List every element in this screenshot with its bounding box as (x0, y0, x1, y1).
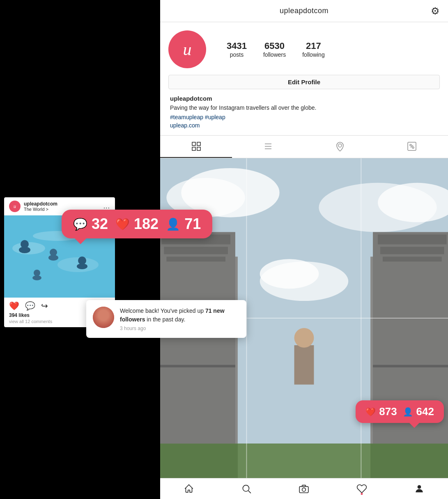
welcome-avatar (93, 307, 114, 328)
svg-point-30 (294, 328, 314, 348)
stats-container: 3431 posts 6530 followers 217 following (227, 41, 325, 58)
avatar-face-image (93, 307, 114, 328)
bottom-stats-bubble: ❤️ 873 👤 642 (356, 400, 444, 423)
person-notif-count: 71 (184, 215, 201, 233)
nav-heart[interactable] (356, 483, 367, 494)
person-notif-icon: 👤 (166, 217, 180, 231)
mini-post-avatar: u (9, 201, 21, 212)
person-notif: 👤 71 (166, 215, 201, 233)
svg-rect-22 (373, 232, 448, 478)
followers-count: 6530 (264, 41, 285, 51)
svg-point-53 (34, 270, 40, 276)
bottom-person-icon: 👤 (403, 407, 413, 417)
welcome-message-start: Welcome back! You've picked up (120, 307, 205, 314)
bio-hashtags[interactable]: #teamupleap #upleap (170, 114, 438, 120)
svg-rect-18 (160, 232, 235, 478)
mini-post-username: upleapdotcom (24, 201, 103, 207)
heart-notification-dot (361, 493, 363, 495)
svg-rect-25 (383, 256, 442, 261)
ig-header: upleapdotcom ⚙ (160, 0, 448, 22)
gear-icon[interactable]: ⚙ (431, 5, 440, 17)
svg-point-54 (32, 275, 41, 280)
ig-bio: upleapdotcom Paving the way for Instagra… (168, 95, 440, 129)
svg-point-7 (338, 144, 342, 147)
svg-rect-0 (192, 142, 195, 146)
svg-point-9 (410, 144, 411, 146)
instagram-panel: upleapdotcom ⚙ u 3431 posts 6530 followe… (160, 0, 448, 499)
posts-label: posts (230, 51, 244, 58)
bottom-heart-stat: ❤️ 873 (365, 405, 397, 418)
svg-rect-3 (197, 147, 200, 150)
edit-profile-button[interactable]: Edit Profile (168, 75, 440, 89)
comment-notif-icon: 💬 (73, 217, 87, 231)
bio-username: upleapdotcom (170, 95, 438, 102)
svg-point-48 (19, 247, 30, 253)
svg-line-39 (248, 491, 251, 493)
welcome-card: Welcome back! You've picked up 71 new fo… (86, 300, 246, 338)
avatar: u (168, 30, 206, 68)
svg-point-42 (418, 485, 421, 489)
following-count: 217 (306, 41, 321, 51)
tab-list[interactable] (232, 136, 304, 158)
heart-notif-icon: ❤️ (115, 217, 130, 231)
svg-point-38 (243, 485, 249, 491)
bio-link[interactable]: upleap.com (170, 122, 438, 129)
comment-action-icon[interactable]: 💬 (25, 301, 35, 311)
profile-top: u 3431 posts 6530 followers 217 followin… (168, 30, 440, 68)
share-action-icon[interactable]: ↪ (41, 301, 48, 311)
svg-rect-24 (380, 247, 444, 254)
svg-point-41 (302, 488, 306, 492)
nav-profile[interactable] (414, 483, 425, 494)
svg-rect-23 (378, 235, 447, 245)
svg-rect-20 (164, 247, 228, 254)
svg-rect-40 (300, 487, 309, 493)
svg-rect-31 (160, 365, 235, 367)
svg-rect-32 (373, 365, 448, 367)
bottom-person-count: 642 (416, 405, 434, 418)
tab-tagged[interactable] (376, 136, 448, 158)
welcome-text-content: Welcome back! You've picked up 71 new fo… (120, 307, 240, 331)
followers-label: followers (263, 51, 286, 58)
welcome-message: Welcome back! You've picked up 71 new fo… (120, 307, 240, 324)
svg-rect-1 (197, 142, 200, 146)
ig-tabs (160, 136, 448, 158)
heart-action-icon[interactable]: ❤️ (9, 301, 19, 311)
tab-location[interactable] (304, 136, 376, 158)
svg-rect-34 (238, 444, 370, 478)
nav-search[interactable] (241, 483, 252, 494)
svg-rect-29 (294, 345, 314, 385)
heart-notif: ❤️ 182 (115, 215, 159, 233)
nav-home[interactable] (184, 483, 194, 494)
nav-camera[interactable] (299, 483, 309, 494)
mini-post-options[interactable]: ... (103, 203, 110, 210)
avatar-letter: u (183, 39, 192, 59)
bottom-nav (160, 478, 448, 499)
svg-point-50 (48, 255, 58, 261)
mini-avatar-letter: u (14, 203, 16, 210)
heart-notif-count: 182 (134, 215, 159, 233)
welcome-time: 3 hours ago (120, 326, 240, 331)
comment-notif-count: 32 (92, 215, 108, 233)
tab-grid[interactable] (160, 136, 232, 158)
posts-stat: 3431 posts (227, 41, 247, 58)
followers-stat[interactable]: 6530 followers (263, 41, 286, 58)
svg-point-28 (260, 259, 319, 289)
svg-rect-21 (166, 256, 225, 261)
bottom-heart-count: 873 (379, 405, 397, 418)
notification-bubble: 💬 32 ❤️ 182 👤 71 (62, 210, 212, 238)
svg-rect-2 (192, 147, 195, 150)
following-label: following (302, 51, 324, 58)
ig-profile: u 3431 posts 6530 followers 217 followin… (160, 22, 448, 136)
welcome-message-end: in the past day. (145, 316, 185, 323)
svg-point-10 (412, 147, 414, 148)
bio-text: Paving the way for Instagram travellers … (170, 104, 438, 112)
following-stat[interactable]: 217 following (302, 41, 324, 58)
svg-point-52 (77, 263, 87, 269)
bottom-person-stat: 👤 642 (403, 405, 434, 418)
comment-notif: 💬 32 (73, 215, 108, 233)
bottom-heart-icon: ❤️ (365, 407, 376, 417)
header-username: upleapdotcom (280, 7, 329, 15)
posts-count: 3431 (227, 41, 247, 51)
